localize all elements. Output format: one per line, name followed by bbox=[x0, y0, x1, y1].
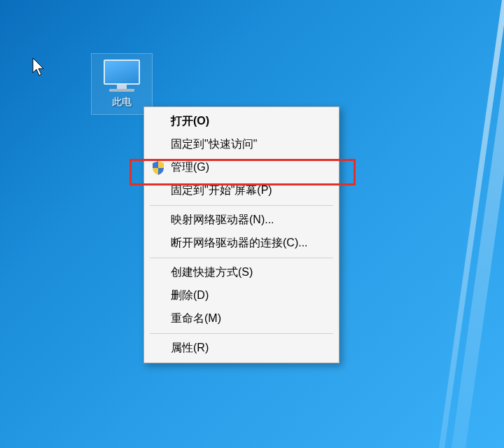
shield-icon bbox=[151, 161, 165, 175]
menu-item-label: 创建快捷方式(S) bbox=[171, 265, 253, 280]
context-menu: 打开(O) 固定到"快速访问" 管理(G) 固定到"开始"屏幕(P) 映射网络驱… bbox=[144, 106, 340, 363]
menu-item-label: 打开(O) bbox=[171, 114, 209, 129]
menu-item-label: 映射网络驱动器(N)... bbox=[171, 213, 274, 227]
menu-item-delete[interactable]: 删除(D) bbox=[146, 284, 337, 307]
menu-item-label: 断开网络驱动器的连接(C)... bbox=[171, 236, 308, 251]
menu-item-label: 固定到"快速访问" bbox=[171, 137, 257, 152]
menu-item-properties[interactable]: 属性(R) bbox=[146, 337, 337, 360]
menu-item-pin-start[interactable]: 固定到"开始"屏幕(P) bbox=[146, 179, 337, 202]
menu-item-open[interactable]: 打开(O) bbox=[146, 110, 337, 133]
menu-item-create-shortcut[interactable]: 创建快捷方式(S) bbox=[146, 261, 337, 284]
menu-separator bbox=[150, 258, 333, 258]
menu-item-manage[interactable]: 管理(G) bbox=[146, 156, 337, 179]
desktop-icon-this-pc[interactable]: 此电 bbox=[91, 53, 153, 115]
computer-icon bbox=[102, 59, 141, 93]
menu-item-rename[interactable]: 重命名(M) bbox=[146, 307, 337, 330]
menu-item-label: 属性(R) bbox=[171, 341, 209, 356]
menu-item-map-drive[interactable]: 映射网络驱动器(N)... bbox=[146, 209, 337, 232]
menu-item-label: 固定到"开始"屏幕(P) bbox=[171, 183, 272, 198]
menu-item-label: 重命名(M) bbox=[171, 312, 221, 326]
menu-item-pin-quick-access[interactable]: 固定到"快速访问" bbox=[146, 133, 337, 156]
menu-item-label: 删除(D) bbox=[171, 288, 209, 303]
menu-separator bbox=[150, 333, 333, 334]
cursor-icon bbox=[32, 57, 46, 77]
menu-item-disconnect-drive[interactable]: 断开网络驱动器的连接(C)... bbox=[146, 232, 337, 255]
menu-separator bbox=[150, 205, 333, 206]
icon-label: 此电 bbox=[93, 96, 150, 108]
menu-item-label: 管理(G) bbox=[171, 160, 209, 175]
